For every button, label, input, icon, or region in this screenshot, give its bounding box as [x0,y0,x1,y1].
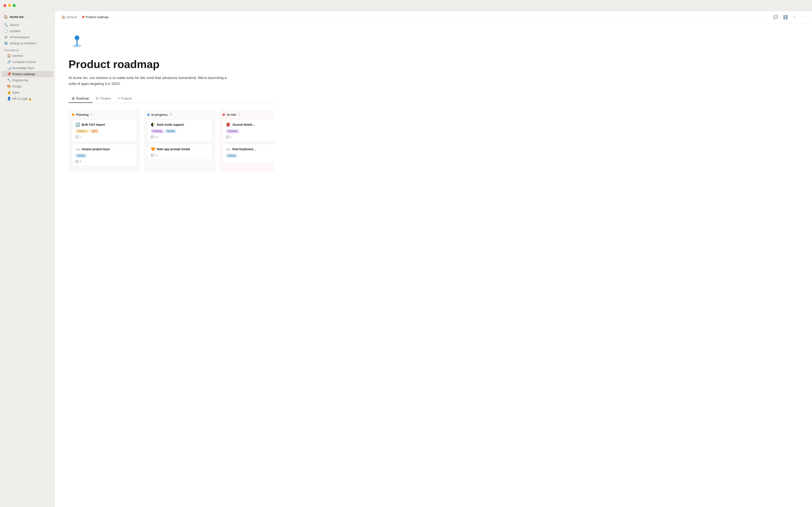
page-title: Product roadmap [68,58,274,71]
column-header-atrisk: At risk 11 [222,113,274,116]
card-ipad-keyboard[interactable]: ⌨️ iPad Keyboard… Mobile [222,144,274,163]
column-count-inprogress: 20 [169,113,172,116]
tab-roadmap[interactable]: ⊞ Roadmap [68,95,92,103]
ipad-icon: ⌨️ [226,147,231,152]
comment-count-bulk-csv: 1 [80,135,82,138]
sidebar-item-company-mission[interactable]: › 🔗 Company mission [2,59,53,65]
card-tags-bulk-csv: Platform Infra [75,129,134,133]
sidebar-label-hr-legal: HR & Legal 🔒 [12,97,52,100]
sidebar-label-company-mission: Company mission [12,60,52,64]
tab-timeline-label: Timeline [100,97,111,100]
breadcrumb-general-icon: 🏠 [62,15,65,19]
sidebar-item-general[interactable]: 🏠 General [2,53,53,59]
workspace-switcher[interactable]: 🏠 Acme Inc. ⌃ [2,13,53,20]
gear-icon: ⚙️ [4,41,8,45]
tag-infra: Infra [90,129,99,133]
column-header-inprogress: In progress 20 [147,113,212,116]
link-icon: 🔗 [7,60,11,64]
timeline-tab-icon: ☰ [96,97,99,100]
comment-count-unique-keys: 5 [80,160,82,163]
svg-point-2 [73,44,81,47]
sidebar-label-design: Design [12,85,52,88]
card-title-dark-mode: 🌓 Dark mode support [151,122,209,127]
traffic-light-yellow[interactable] [8,4,11,7]
column-title-planning: Planning [76,113,89,116]
comment-count-rate-app: 11 [155,154,158,157]
traffic-light-red[interactable] [3,4,6,7]
card-meta-bulk-csv: 💬 1 [75,135,134,138]
card-title-ipad-keyboard: ⌨️ iPad Keyboard… [226,147,274,152]
card-tags-journal: Desktop [226,129,274,133]
window-chrome [0,0,812,11]
roadmap-tab-icon: ⊞ [72,97,74,100]
search-icon: 🔍 [4,23,8,27]
card-bulk-csv[interactable]: 🔄 Bulk CSV import Platform Infra 💬 1 [72,119,137,142]
comment-meta-icon: 💬 [151,135,154,138]
sidebar-item-label-settings: Settings & members [10,42,36,45]
workspace-chevron-icon: ⌃ [27,15,29,18]
tab-timeline[interactable]: ☰ Timeline [92,95,114,103]
breadcrumb-general[interactable]: 🏠 General [62,15,77,19]
comment-meta-icon: 💬 [151,154,154,157]
inprogress-dot [147,113,150,116]
tag-mobile: Mobile [75,154,87,158]
chevron-right-icon: › [3,61,6,63]
sidebar: 🏠 Acme Inc. ⌃ 🔍 Search 🕐 Updates ⊞ All t… [0,11,55,507]
card-title-rate-app: 🧡 Rate app prompt modal [151,147,209,152]
comment-count-dark-mode: 20 [155,135,158,138]
traffic-light-green[interactable] [13,4,16,7]
sidebar-item-sales[interactable]: 💰 Sales [2,89,53,96]
chart-icon: 📊 [7,66,11,70]
page-tabs: ⊞ Roadmap ☰ Timeline ≡ Projects [68,95,274,103]
atrisk-dot [222,113,225,116]
column-count-atrisk: 11 [238,113,241,116]
sidebar-item-label-teamspaces: All teamspaces [10,36,30,39]
breadcrumb-product-roadmap[interactable]: 📌 Product roadmap [81,15,108,19]
page-body: Product roadmap At Acme Inc. our mission… [55,23,288,186]
info-icon[interactable]: ℹ️ [782,14,789,20]
workspace-name: Acme Inc. [10,15,25,18]
card-unique-keys[interactable]: ⌨️ Unique project keys Mobile 💬 5 [72,144,137,166]
board-column-inprogress: In progress 20 🌓 Dark mode support Deskt… [144,110,216,172]
sidebar-item-hr-legal[interactable]: 👤 HR & Legal 🔒 [2,96,53,102]
comment-icon[interactable]: 💬 [772,14,779,20]
card-dark-mode[interactable]: 🌓 Dark mode support Desktop Mobile 💬 20 [147,119,212,142]
sidebar-item-label-updates: Updates [10,30,21,33]
breadcrumb-separator: / [79,15,80,19]
sidebar-item-all-teamspaces[interactable]: ⊞ All teamspaces [2,34,53,40]
sidebar-label-engineering: Engineering [12,78,52,82]
sidebar-item-updates[interactable]: 🕐 Updates [2,28,53,34]
card-rate-app[interactable]: 🧡 Rate app prompt modal 💬 11 [147,144,212,160]
breadcrumb-general-label: General [66,15,77,19]
grid-icon: ⊞ [4,35,8,39]
sidebar-label-knowledge-base: Knowledge base [12,66,52,70]
breadcrumb: 🏠 General / 📌 Product roadmap [62,15,108,19]
home-icon: 🏠 [7,54,11,58]
tab-projects[interactable]: ≡ Projects [114,95,135,103]
projects-tab-icon: ≡ [118,97,120,100]
topbar: 🏠 General / 📌 Product roadmap 💬 ℹ️ ☆ ··· [55,11,812,23]
star-icon[interactable]: ☆ [792,14,797,20]
sidebar-item-knowledge-base[interactable]: › 📊 Knowledge base [2,65,53,71]
card-title-unique-keys: ⌨️ Unique project keys [75,147,134,152]
chevron-right-icon: › [3,67,6,69]
clock-icon: 🕐 [4,29,8,33]
tag-desktop: Desktop [151,129,164,133]
sidebar-label-general: General [12,54,52,57]
board-column-atrisk: At risk 11 📕 Journal Noteb… Desktop 💬 [219,110,274,172]
more-options-icon[interactable]: ··· [800,14,805,20]
dollar-icon: 💰 [7,91,11,95]
sidebar-label-sales: Sales [12,91,52,94]
card-meta-rate-app: 💬 11 [151,154,209,157]
card-meta-journal: 💬 7 [226,135,274,138]
sidebar-item-product-roadmap[interactable]: › 📌 Product roadmap [2,71,53,77]
sidebar-item-design[interactable]: 🎨 Design [2,83,53,89]
sidebar-item-settings[interactable]: ⚙️ Settings & members [2,40,53,46]
csv-icon: 🔄 [75,122,80,127]
workspace-icon: 🏠 [4,15,8,19]
traffic-lights [3,4,16,7]
breadcrumb-roadmap-icon: 📌 [81,15,85,19]
card-journal[interactable]: 📕 Journal Noteb… Desktop 💬 7 [222,119,274,142]
sidebar-item-search[interactable]: 🔍 Search [2,22,53,28]
sidebar-item-engineering[interactable]: 🔧 Engineering [2,77,53,83]
